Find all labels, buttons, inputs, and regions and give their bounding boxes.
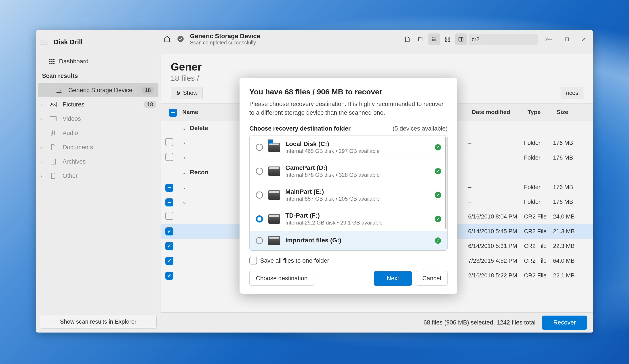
menu-icon[interactable] [40,38,48,46]
destination-item[interactable]: MainPart (E:)Internal 857 GB disk • 205 … [250,183,447,207]
filter-icon [176,91,181,95]
video-icon [49,115,57,123]
destination-list: Local Disk (C:)Internal 465 GB disk • 29… [249,135,448,251]
sidebar-item-other[interactable]: › Other [36,169,161,183]
svg-point-5 [432,39,432,39]
svg-rect-21 [50,102,56,107]
page-title: Gener [171,61,583,73]
drive-icon [268,214,280,224]
select-all-checkbox[interactable] [169,109,177,117]
available-icon: ✓ [435,192,441,198]
sidebar-item-label: Archives [63,158,86,165]
search-box[interactable]: ✕ [469,34,538,45]
audio-icon [49,129,57,137]
row-checkbox[interactable] [165,212,173,220]
list-view-icon[interactable] [428,33,440,45]
modal-title: You have 68 files / 906 MB to recover [249,88,448,96]
col-type[interactable]: Type [524,107,553,117]
sidebar: Dashboard Scan results Generic Storage D… [36,54,161,333]
sidebar-item-label: Other [63,173,78,180]
cancel-button[interactable]: Cancel [416,271,448,286]
row-checkbox[interactable] [165,198,173,206]
app-title: Disk Drill [54,38,83,46]
svg-rect-10 [448,40,450,41]
radio-button[interactable] [256,215,263,222]
sidebar-dashboard[interactable]: Dashboard [36,54,161,69]
drive-icon [55,86,63,94]
recover-button[interactable]: Recover [542,316,587,330]
sidebar-item-label: Documents [63,144,93,151]
row-checkbox[interactable] [165,138,173,146]
row-checkbox[interactable] [165,184,173,192]
footer: 68 files (906 MB) selected, 1242 files t… [161,312,593,333]
radio-button[interactable] [256,144,263,151]
panel-icon[interactable] [455,33,467,45]
destination-item[interactable]: GamePart (D:)Internal 878 GB disk • 328 … [250,159,447,183]
save-one-folder-option[interactable]: Save all files to one folder [249,257,448,265]
grid-view-icon[interactable] [442,33,453,45]
search-input[interactable] [472,36,542,43]
svg-point-31 [177,91,178,92]
drive-icon [268,190,280,200]
sidebar-badge: 18 [144,101,156,108]
destination-item[interactable]: Local Disk (C:)Internal 465 GB disk • 29… [250,135,447,159]
row-checkbox[interactable] [165,257,173,265]
scrollbar[interactable] [445,137,447,233]
checkbox[interactable] [249,257,257,265]
next-button[interactable]: Next [374,271,412,286]
available-icon: ✓ [435,144,441,150]
radio-button[interactable] [256,237,263,244]
row-checkbox[interactable] [165,272,173,280]
sidebar-item-documents[interactable]: › Documents [36,140,161,154]
minimize-icon[interactable] [548,37,552,41]
svg-rect-7 [445,37,447,39]
device-subtitle: Scan completed successfully [190,40,260,46]
svg-rect-9 [445,40,447,41]
choose-destination-button[interactable]: Choose destination [249,271,314,286]
svg-point-32 [179,92,180,93]
radio-button[interactable] [256,168,263,175]
document-icon [49,143,57,151]
svg-point-4 [432,37,432,38]
close-icon[interactable] [582,37,586,41]
sidebar-item-archives[interactable]: › Archives [36,154,161,169]
option-label: Save all files to one folder [260,257,329,264]
radio-button[interactable] [256,191,263,199]
folder-icon[interactable] [415,33,427,45]
svg-point-20 [60,90,61,91]
home-icon[interactable] [163,35,171,43]
drive-icon [268,167,280,176]
show-filter-button[interactable]: Show [171,87,203,99]
sidebar-item-audio[interactable]: Audio [36,126,161,140]
sidebar-item-label: Pictures [63,101,84,108]
show-in-explorer-button[interactable]: Show scan results in Explorer [40,315,157,329]
row-checkbox[interactable] [165,242,173,250]
svg-rect-8 [448,37,450,39]
available-icon: ✓ [435,168,441,174]
picture-icon [49,100,57,108]
chances-filter-button[interactable]: nces [561,87,583,99]
maximize-icon[interactable] [565,37,569,41]
recovery-destination-modal: You have 68 files / 906 MB to recover Pl… [240,78,457,294]
modal-description: Please choose recovery destination. It i… [249,100,448,117]
sidebar-item-device[interactable]: Generic Storage Device 18 [38,83,158,97]
devices-available: (5 devices available) [393,125,448,132]
sidebar-item-label: Videos [63,115,81,122]
svg-point-22 [51,103,52,104]
drive-icon [268,143,280,152]
titlebar: Disk Drill Generic Storage Device Scan c… [36,30,593,54]
other-icon [49,172,57,180]
file-icon[interactable] [402,33,413,45]
destination-item[interactable]: TD-Part (F:)Internal 29.2 GB disk • 29.1… [250,207,447,231]
modal-subhead: Choose recovery destination folder [249,125,351,132]
sidebar-item-pictures[interactable]: › Pictures 18 [36,97,161,112]
svg-rect-16 [565,38,568,41]
row-checkbox[interactable] [165,153,173,161]
col-size[interactable]: Size [553,107,589,117]
drive-icon [268,236,280,245]
svg-point-33 [178,93,179,95]
row-checkbox[interactable] [165,227,173,235]
col-date[interactable]: Date modified [468,107,524,117]
sidebar-item-videos[interactable]: › Videos [36,112,161,126]
destination-item[interactable]: Important files (G:) ✓ [250,231,447,250]
